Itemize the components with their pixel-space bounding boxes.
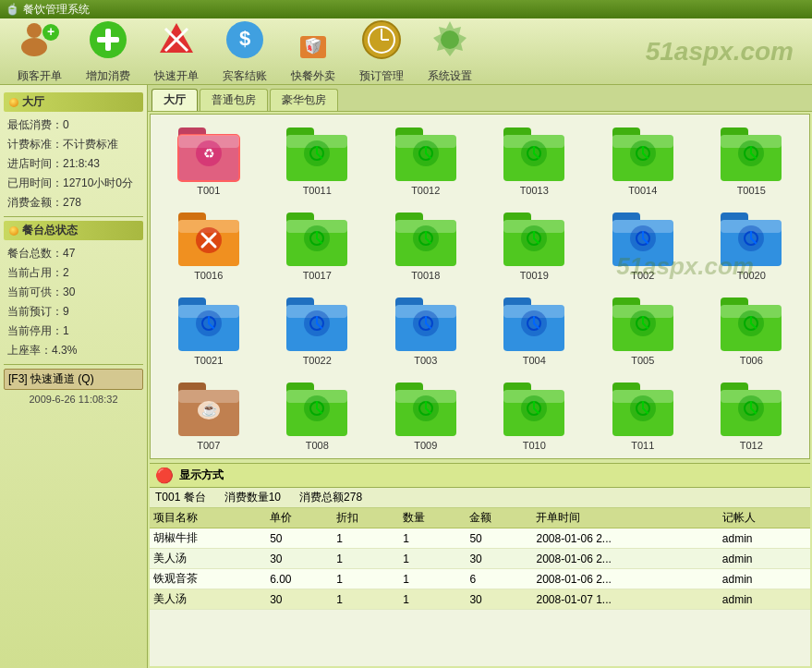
order-cell: 50 bbox=[466, 528, 532, 549]
order-cell: 1 bbox=[333, 569, 399, 589]
sidebar-info-item: 已用时间：12710小时0分 bbox=[4, 174, 143, 193]
order-col-header: 项目名称 bbox=[150, 508, 266, 528]
table-cell[interactable]: T0021 bbox=[158, 292, 260, 370]
table-cell[interactable]: T005 bbox=[592, 292, 694, 370]
order-cell: 铁观音茶 bbox=[150, 569, 266, 589]
toolbar-btn-4[interactable]: 🥡快餐外卖 bbox=[281, 22, 345, 81]
order-cell: 2008-01-06 2... bbox=[532, 569, 718, 589]
table-label: T010 bbox=[523, 440, 546, 451]
svg-text:♻: ♻ bbox=[202, 146, 214, 161]
sidebar-info-item: 最低消费：0 bbox=[4, 115, 143, 135]
sidebar-status-title: 餐台总状态 bbox=[4, 221, 143, 240]
table-cell[interactable]: T011 bbox=[592, 377, 694, 455]
svg-text:$: $ bbox=[239, 27, 250, 50]
table-cell[interactable]: T0014 bbox=[592, 122, 694, 200]
toolbar-btn-3[interactable]: $宾客结账 bbox=[212, 22, 277, 81]
sidebar-info-item: 计费标准：不计费标准 bbox=[4, 135, 143, 154]
content-area: 大厅普通包房豪华包房 ♻ T001 T0011 T0012 bbox=[148, 85, 812, 668]
toolbar: 51aspx.com +顾客开单增加消费快速开单$宾客结账🥡快餐外卖预订管理系统… bbox=[0, 18, 812, 85]
table-label: T0018 bbox=[411, 270, 440, 281]
toolbar-btn-5[interactable]: 预订管理 bbox=[349, 22, 414, 81]
table-cell[interactable]: T012 bbox=[701, 377, 803, 455]
quickbar[interactable]: [F3] 快速通道 (Q) bbox=[4, 369, 143, 390]
table-label: T0015 bbox=[737, 185, 766, 196]
svg-text:🥡: 🥡 bbox=[304, 37, 322, 55]
table-grid-container: ♻ T001 T0011 T0012 T0013 T0014 bbox=[150, 114, 810, 459]
table-label: T0021 bbox=[194, 355, 223, 366]
order-cell: 美人汤 bbox=[150, 589, 266, 610]
order-col-header: 单价 bbox=[266, 508, 333, 528]
order-cell: 胡椒牛排 bbox=[150, 528, 266, 549]
order-table: 项目名称单价折扣数量金额开单时间记帐人 胡椒牛排5011502008-01-06… bbox=[150, 508, 810, 666]
order-cell: 30 bbox=[266, 549, 333, 569]
table-cell[interactable]: T0018 bbox=[375, 207, 477, 285]
table-cell[interactable]: T0020 bbox=[701, 207, 803, 285]
table-cell[interactable]: T0011 bbox=[267, 122, 369, 200]
table-label: T0019 bbox=[520, 270, 549, 281]
order-col-header: 折扣 bbox=[333, 508, 399, 528]
svg-text:+: + bbox=[47, 24, 55, 39]
sidebar-status-item: 当前停用：1 bbox=[4, 322, 143, 341]
table-cell[interactable]: T0019 bbox=[484, 207, 586, 285]
order-row: 美人汤3011302008-01-06 2...admin bbox=[150, 549, 810, 569]
table-cell[interactable]: T0017 bbox=[267, 207, 369, 285]
table-cell[interactable]: T009 bbox=[375, 377, 477, 455]
order-row: 铁观音茶6.001162008-01-06 2...admin bbox=[150, 569, 810, 589]
order-header: T001 餐台 消费数量10 消费总额278 bbox=[150, 488, 810, 508]
table-cell[interactable]: T0013 bbox=[484, 122, 586, 200]
toolbar-btn-2[interactable]: 快速开单 bbox=[144, 22, 209, 81]
sidebar-info-item: 进店时间：21:8:43 bbox=[4, 154, 143, 174]
titlebar-title: 餐饮管理系统 bbox=[23, 2, 90, 18]
order-cell: 6 bbox=[466, 569, 532, 589]
svg-text:☕: ☕ bbox=[200, 402, 217, 418]
tab-0[interactable]: 大厅 bbox=[151, 89, 198, 111]
order-row: 胡椒牛排5011502008-01-06 2...admin bbox=[150, 528, 810, 549]
table-cell[interactable]: ♻ T001 bbox=[158, 122, 260, 200]
tabbar: 大厅普通包房豪华包房 bbox=[148, 85, 812, 112]
bottom-panel: 🔴 显示方式 T001 餐台 消费数量10 消费总额278 项目名称单价折扣数量… bbox=[150, 463, 810, 666]
tab-2[interactable]: 豪华包房 bbox=[270, 89, 338, 111]
sidebar-status-item: 当前可供：30 bbox=[4, 283, 143, 302]
table-label: T0011 bbox=[303, 185, 332, 196]
titlebar: 🍵 餐饮管理系统 bbox=[0, 0, 812, 18]
main-layout: 大厅 最低消费：0计费标准：不计费标准进店时间：21:8:43已用时间：1271… bbox=[0, 85, 812, 668]
toolbar-btn-0[interactable]: +顾客开单 bbox=[7, 22, 72, 81]
table-cell[interactable]: T0022 bbox=[267, 292, 369, 370]
tab-1[interactable]: 普通包房 bbox=[200, 89, 268, 111]
toolbar-btn-6[interactable]: 系统设置 bbox=[418, 22, 482, 81]
table-cell[interactable]: T010 bbox=[484, 377, 586, 455]
table-cell[interactable]: T0015 bbox=[701, 122, 803, 200]
sidebar-status-item: 当前预订：9 bbox=[4, 302, 143, 322]
order-cell: 1 bbox=[399, 528, 466, 549]
order-cell: 2008-01-06 2... bbox=[532, 528, 718, 549]
order-col-header: 金额 bbox=[466, 508, 532, 528]
order-cell: admin bbox=[719, 589, 810, 610]
table-label: T006 bbox=[740, 355, 763, 366]
table-label: T0013 bbox=[520, 185, 549, 196]
order-cell: 1 bbox=[333, 528, 399, 549]
table-label: T009 bbox=[414, 440, 437, 451]
sidebar-status-item: 餐台总数：47 bbox=[4, 244, 143, 263]
table-label: T0012 bbox=[411, 185, 440, 196]
order-total: 消费总额278 bbox=[299, 490, 362, 505]
table-cell[interactable]: T006 bbox=[701, 292, 803, 370]
table-label: T0022 bbox=[303, 355, 332, 366]
sidebar-hall-title: 大厅 bbox=[4, 92, 143, 112]
table-label: T003 bbox=[414, 355, 437, 366]
order-row: 美人汤3011302008-01-07 1...admin bbox=[150, 589, 810, 610]
table-cell[interactable]: T0016 bbox=[158, 207, 260, 285]
table-cell[interactable]: ☕ T007 bbox=[158, 377, 260, 455]
order-cell: 2008-01-07 1... bbox=[532, 589, 718, 610]
table-cell[interactable]: T002 bbox=[592, 207, 694, 285]
table-cell[interactable]: T003 bbox=[375, 292, 477, 370]
toolbar-btn-1[interactable]: 增加消费 bbox=[76, 22, 140, 81]
svg-rect-96 bbox=[178, 390, 239, 403]
table-cell[interactable]: T0012 bbox=[375, 122, 477, 200]
sidebar: 大厅 最低消费：0计费标准：不计费标准进店时间：21:8:43已用时间：1271… bbox=[0, 85, 148, 668]
table-cell[interactable]: T004 bbox=[484, 292, 586, 370]
order-cell: 30 bbox=[266, 589, 333, 610]
table-label: T012 bbox=[740, 440, 763, 451]
display-mode-icon: 🔴 bbox=[155, 467, 174, 484]
table-cell[interactable]: T008 bbox=[267, 377, 369, 455]
display-mode-label: 显示方式 bbox=[179, 468, 224, 483]
